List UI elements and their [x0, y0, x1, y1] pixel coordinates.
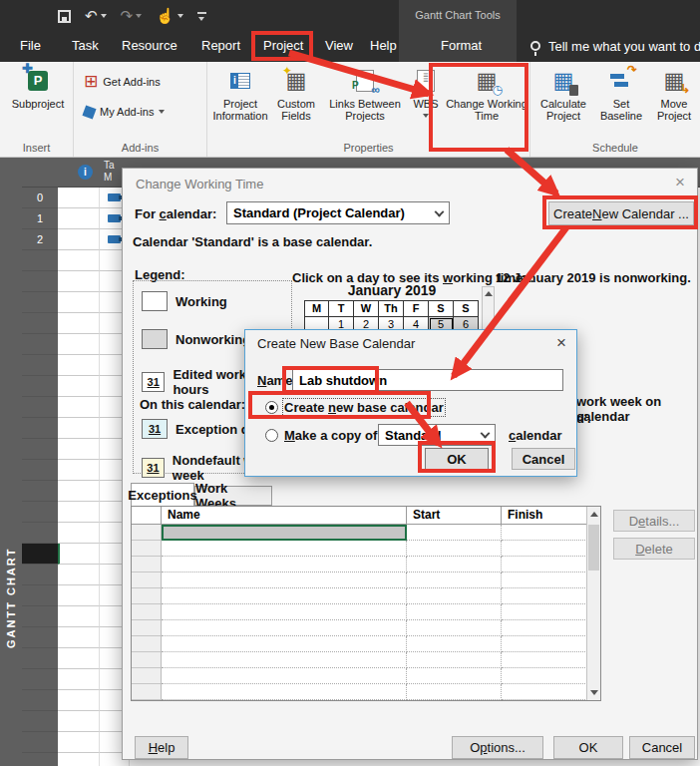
exception-cell[interactable]	[162, 636, 407, 652]
column-start[interactable]: Start	[407, 507, 502, 524]
info-cell[interactable]	[58, 397, 100, 418]
create-new-base-calendar-radio-label[interactable]: Create new base calendar	[284, 400, 444, 415]
tab-report[interactable]: Report	[195, 30, 246, 62]
info-cell[interactable]	[58, 753, 100, 766]
my-addins-button[interactable]: My Add-ins	[84, 106, 165, 118]
tab-format[interactable]: Format	[435, 30, 488, 62]
cancel-button[interactable]: Cancel	[629, 736, 695, 759]
exception-row-header[interactable]	[132, 573, 162, 588]
info-cell[interactable]	[58, 188, 100, 208]
info-cell[interactable]	[58, 502, 100, 523]
tab-help[interactable]: Help	[364, 30, 403, 62]
exception-cell[interactable]	[162, 604, 407, 620]
exception-cell[interactable]	[407, 525, 502, 541]
custom-fields-button[interactable]: ▦✦ Custom Fields	[269, 68, 323, 122]
info-cell[interactable]	[58, 669, 100, 690]
info-cell[interactable]	[58, 690, 100, 711]
exception-cell[interactable]	[502, 652, 587, 668]
info-cell[interactable]	[58, 481, 100, 502]
info-cell[interactable]	[58, 208, 100, 229]
info-cell[interactable]	[58, 376, 100, 397]
exception-cell[interactable]	[502, 604, 587, 620]
project-information-button[interactable]: i Project Information	[211, 68, 269, 122]
exception-cell[interactable]	[407, 541, 502, 557]
exception-row-header[interactable]	[132, 541, 162, 557]
exception-cell[interactable]	[502, 668, 587, 684]
subproject-button[interactable]: P✚ Subproject	[8, 68, 68, 110]
exception-cell[interactable]	[162, 541, 407, 557]
info-cell[interactable]	[58, 627, 100, 648]
exception-cell[interactable]	[407, 573, 502, 588]
exception-cell[interactable]	[162, 573, 407, 588]
set-baseline-button[interactable]: ↷ Set Baseline	[592, 68, 650, 122]
info-cell[interactable]	[58, 355, 100, 376]
close-icon[interactable]: ×	[556, 335, 566, 351]
exception-cell[interactable]	[407, 557, 502, 573]
tab-view[interactable]: View	[319, 30, 359, 62]
info-cell[interactable]	[58, 250, 100, 271]
create-new-base-calendar-radio[interactable]	[265, 401, 278, 414]
exception-cell[interactable]	[162, 684, 407, 700]
info-cell[interactable]	[58, 523, 100, 544]
exception-cell[interactable]	[407, 684, 502, 700]
exception-row-header[interactable]	[132, 557, 162, 573]
exception-cell[interactable]	[407, 652, 502, 668]
info-cell[interactable]	[58, 565, 100, 585]
save-icon[interactable]	[58, 10, 71, 23]
info-cell[interactable]	[58, 313, 100, 334]
touch-mode-icon[interactable]: ☝	[156, 7, 183, 25]
exception-row-header[interactable]	[132, 620, 162, 636]
copy-of-dropdown[interactable]: Standard	[378, 424, 496, 446]
table-scrollbar[interactable]	[586, 507, 600, 700]
tell-me-box[interactable]: Tell me what you want to d	[530, 30, 700, 62]
info-cell[interactable]	[58, 732, 100, 753]
tab-task[interactable]: Task	[66, 30, 105, 62]
get-addins-button[interactable]: ⊞ Get Add-ins	[84, 74, 161, 90]
info-cell[interactable]	[58, 460, 100, 481]
exception-cell[interactable]	[407, 668, 502, 684]
exception-cell[interactable]	[502, 525, 587, 541]
info-cell[interactable]	[58, 229, 100, 250]
links-between-projects-button[interactable]: ≡P∞ Links Between Projects	[323, 68, 407, 122]
exception-cell[interactable]	[502, 636, 587, 652]
exception-cell[interactable]	[502, 541, 587, 557]
info-cell[interactable]	[58, 334, 100, 355]
delete-button[interactable]: Delete	[613, 538, 695, 560]
exception-row-header[interactable]	[132, 652, 162, 668]
tab-exceptions[interactable]: Exceptions	[131, 483, 194, 506]
details-button[interactable]: Details...	[613, 510, 695, 532]
options-button[interactable]: Options...	[452, 736, 543, 759]
undo-icon[interactable]: ↶	[85, 7, 107, 25]
column-name[interactable]: Name	[162, 507, 407, 524]
view-bar[interactable]: GANTT CHART	[0, 158, 22, 766]
task-mode-column-header[interactable]: TaM	[104, 160, 115, 184]
help-button[interactable]: Help	[135, 736, 188, 759]
exception-cell[interactable]	[162, 668, 407, 684]
column-finish[interactable]: Finish	[502, 507, 587, 524]
make-a-copy-radio-label[interactable]: Make a copy of	[284, 428, 377, 443]
exception-cell[interactable]	[407, 588, 502, 604]
calculate-project-button[interactable]: ▦ Calculate Project	[534, 68, 592, 122]
info-cell[interactable]	[58, 292, 100, 313]
exception-cell[interactable]	[502, 684, 587, 700]
info-cell[interactable]	[58, 271, 100, 292]
for-calendar-dropdown[interactable]: Standard (Project Calendar)	[226, 201, 450, 224]
info-cell[interactable]	[58, 711, 100, 732]
exception-cell[interactable]	[502, 557, 587, 573]
exception-cell[interactable]	[162, 620, 407, 636]
exception-row-header[interactable]	[132, 604, 162, 620]
exception-cell[interactable]	[162, 557, 407, 573]
make-a-copy-radio[interactable]	[265, 429, 278, 442]
info-cell[interactable]	[58, 418, 100, 439]
info-cell[interactable]	[58, 606, 100, 627]
tab-work-weeks[interactable]: Work Weeks	[194, 486, 272, 506]
info-cell[interactable]	[58, 585, 100, 606]
exception-row-header[interactable]	[132, 525, 162, 541]
exception-cell[interactable]	[407, 604, 502, 620]
ok-button[interactable]: OK	[425, 448, 489, 470]
info-cell[interactable]	[58, 648, 100, 669]
exception-cell[interactable]	[407, 636, 502, 652]
tab-project[interactable]: Project	[257, 30, 309, 62]
exception-cell[interactable]	[162, 588, 407, 604]
move-project-button[interactable]: ▦↳ Move Project	[650, 68, 698, 122]
